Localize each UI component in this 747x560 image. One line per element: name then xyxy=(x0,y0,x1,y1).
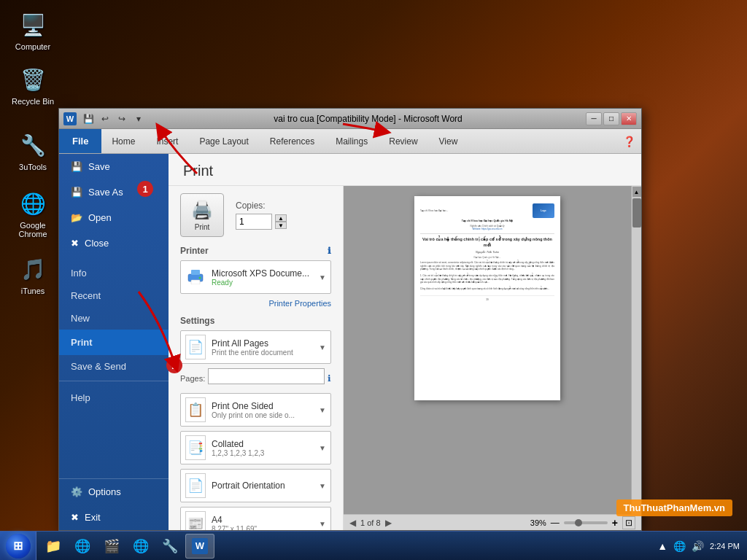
print-all-pages-text: Print All Pages Print the entire documen… xyxy=(212,338,313,357)
sidebar-item-info[interactable]: Info xyxy=(59,262,169,284)
print-all-pages-icon: 📄 xyxy=(185,335,206,359)
minimize-button[interactable]: ─ xyxy=(586,112,602,125)
taskbar-item-tools[interactable]: 🔧 xyxy=(156,534,184,559)
desktop-icon-chrome[interactable]: 🌐 Google Chrome xyxy=(7,186,58,241)
sidebar-item-help[interactable]: Help xyxy=(59,386,169,409)
file-tab[interactable]: File xyxy=(59,129,101,153)
system-tray: ▲ 🌐 🔊 2:24 PM xyxy=(650,540,747,552)
desktop-icon-itunes[interactable]: 🎵 iTunes xyxy=(7,252,58,298)
tray-network-icon[interactable]: 🌐 xyxy=(673,540,686,552)
sidebar-item-recent[interactable]: Recent xyxy=(59,284,169,307)
sidebar-item-print[interactable]: Print xyxy=(59,330,169,355)
printer-dropdown[interactable]: Microsoft XPS Docume... Ready ▼ xyxy=(180,260,331,294)
sidebar-item-close[interactable]: ✖ Close xyxy=(59,230,169,256)
setting-portrait[interactable]: 📄 Portrait Orientation ▼ xyxy=(180,469,331,502)
sidebar-item-new[interactable]: New xyxy=(59,307,169,330)
printer-info-icon[interactable]: ℹ xyxy=(328,246,331,256)
recycle-bin-icon: 🗑️ xyxy=(18,65,47,94)
printer-name-text: Microsoft XPS Docume... Ready xyxy=(212,268,313,287)
tray-volume-icon[interactable]: 🔊 xyxy=(692,540,704,552)
printer-dropdown-arrow: ▼ xyxy=(319,273,326,281)
zoom-slider[interactable] xyxy=(564,521,608,524)
setting-print-one-sided[interactable]: 📋 Print One Sided Only print on one side… xyxy=(180,393,331,427)
taskbar-item-explorer[interactable]: 📁 xyxy=(39,534,67,559)
copies-increment[interactable]: ▲ xyxy=(275,214,287,222)
computer-icon: 🖥️ xyxy=(18,10,47,39)
paper-size-icon: 📰 xyxy=(185,511,206,530)
help-button[interactable]: ❓ xyxy=(617,129,641,153)
scroll-up-btn[interactable]: ▲ xyxy=(632,187,641,197)
close-file-icon: ✖ xyxy=(71,238,79,249)
quick-save-btn[interactable]: 💾 xyxy=(81,112,96,125)
start-button[interactable]: ⊞ xyxy=(0,532,36,561)
portrait-text: Portrait Orientation xyxy=(212,481,313,491)
printer-section-title: Printer ℹ xyxy=(180,246,331,256)
sidebar-item-save[interactable]: 💾 Save xyxy=(59,154,169,179)
setting-print-all-pages[interactable]: 📄 Print All Pages Print the entire docum… xyxy=(180,330,331,364)
fit-page-btn[interactable]: ⊡ xyxy=(622,516,635,529)
taskbar-media-icon: 🎬 xyxy=(104,538,120,554)
quick-dropdown-btn[interactable]: ▾ xyxy=(131,112,146,125)
desktop-icon-recycle[interactable]: 🗑️ Recycle Bin xyxy=(7,62,58,109)
chrome-icon: 🌐 xyxy=(18,189,47,218)
setting-paper-size[interactable]: 📰 A4 8.27" x 11.69" ▼ xyxy=(180,507,331,530)
taskbar-item-ie[interactable]: 🌐 xyxy=(69,534,96,559)
collated-arrow: ▼ xyxy=(319,444,326,452)
desktop-icon-3utools[interactable]: 🔧 3uTools xyxy=(7,128,58,174)
maximize-button[interactable]: □ xyxy=(603,112,619,125)
badge-1: 1 xyxy=(137,181,153,197)
prev-page-btn[interactable]: ◀ xyxy=(349,518,356,528)
desktop-icon-computer[interactable]: 🖥️ Computer xyxy=(7,7,58,54)
tab-view[interactable]: View xyxy=(429,129,469,153)
watermark: ThuThuatPhanMem.vn xyxy=(616,499,732,516)
next-page-btn[interactable]: ▶ xyxy=(385,518,392,528)
printer-properties-link[interactable]: Printer Properties xyxy=(268,299,331,308)
taskbar-item-media[interactable]: 🎬 xyxy=(98,534,125,559)
taskbar-tools-icon: 🔧 xyxy=(162,538,178,554)
tab-references[interactable]: References xyxy=(260,129,325,153)
print-one-sided-text: Print One Sided Only print on one side o… xyxy=(212,401,313,419)
preview-scrollbar[interactable]: ▲ xyxy=(631,186,641,514)
quick-undo-btn[interactable]: ↩ xyxy=(98,112,112,125)
settings-section-title: Settings xyxy=(180,316,331,326)
tab-insert[interactable]: Insert xyxy=(146,129,189,153)
close-button[interactable]: ✕ xyxy=(621,112,637,125)
tab-mailings[interactable]: Mailings xyxy=(325,129,379,153)
taskbar-ie-icon: 🌐 xyxy=(74,538,90,554)
setting-collated[interactable]: 📑 Collated 1,2,3 1,2,3 1,2,3 ▼ xyxy=(180,431,331,464)
itunes-label: iTunes xyxy=(21,287,45,295)
zoom-in-btn[interactable]: + xyxy=(612,517,618,529)
windows-logo: ⊞ xyxy=(13,539,23,553)
exit-icon: ✖ xyxy=(71,512,79,523)
tab-home[interactable]: Home xyxy=(101,129,146,153)
taskbar: ⊞ 📁 🌐 🎬 🌐 🔧 W ▲ 🌐 xyxy=(0,531,747,560)
sidebar-item-exit[interactable]: ✖ Exit xyxy=(59,505,169,530)
tray-up-arrow[interactable]: ▲ xyxy=(657,540,667,552)
scroll-thumb xyxy=(632,198,641,228)
print-button[interactable]: 🖨️ Print xyxy=(180,193,224,237)
title-bar: W 💾 ↩ ↪ ▾ vai tro cua [Compatibility Mod… xyxy=(59,109,641,129)
itunes-icon: 🎵 xyxy=(18,254,47,284)
pages-input[interactable] xyxy=(208,368,325,384)
taskbar-word-icon: W xyxy=(192,538,208,554)
quick-redo-btn[interactable]: ↪ xyxy=(115,112,129,125)
sidebar-item-options[interactable]: ⚙️ Options xyxy=(59,478,169,505)
recycle-bin-label: Recycle Bin xyxy=(12,97,54,106)
taskbar-explorer-icon: 📁 xyxy=(45,538,61,554)
tab-page-layout[interactable]: Page Layout xyxy=(189,129,259,153)
print-body: 🖨️ Print Copies: ▲ ▼ xyxy=(169,186,641,530)
sidebar-item-save-send[interactable]: Save & Send xyxy=(59,355,169,378)
copies-input[interactable] xyxy=(236,214,272,230)
tab-review[interactable]: Review xyxy=(379,129,428,153)
taskbar-item-word[interactable]: W xyxy=(185,534,214,559)
copies-decrement[interactable]: ▼ xyxy=(275,222,287,229)
word-app-icon: W xyxy=(63,112,77,125)
zoom-out-btn[interactable]: — xyxy=(551,518,560,528)
paper-size-text: A4 8.27" x 11.69" xyxy=(212,515,313,531)
pages-info-icon[interactable]: ℹ xyxy=(328,373,331,384)
zoom-percent: 39% xyxy=(530,518,546,527)
taskbar-item-chrome[interactable]: 🌐 xyxy=(127,534,155,559)
sidebar-item-open[interactable]: 📂 Open xyxy=(59,205,169,230)
collated-text: Collated 1,2,3 1,2,3 1,2,3 xyxy=(212,439,313,457)
zoom-thumb xyxy=(575,519,582,526)
